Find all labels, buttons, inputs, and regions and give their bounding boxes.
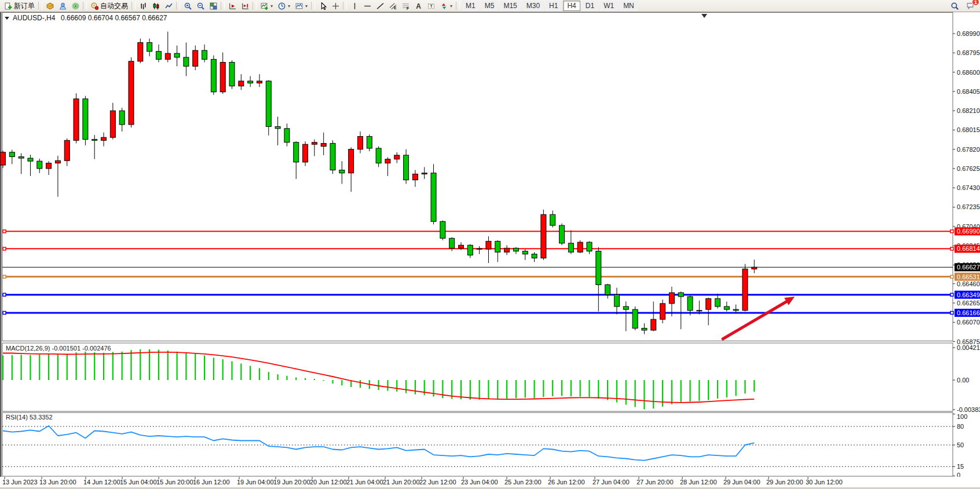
horizontal-line-button[interactable] — [361, 1, 374, 12]
chevron-down-icon: ▾ — [270, 3, 273, 9]
chart-canvas[interactable]: 0.689900.687950.686000.684050.682100.680… — [0, 12, 980, 489]
hline-icon — [363, 2, 371, 10]
arrows-button[interactable]: ▾ — [437, 1, 455, 12]
new-order-button-label: 新订单 — [14, 1, 35, 11]
svg-text:13 Jun 2023: 13 Jun 2023 — [2, 479, 38, 486]
toolbar-separator — [38, 2, 42, 10]
svg-text:0.66349: 0.66349 — [957, 291, 980, 298]
svg-text:100: 100 — [957, 413, 967, 420]
timeframe-m5[interactable]: M5 — [481, 1, 499, 11]
auto-scroll-icon — [228, 2, 236, 10]
svg-text:-0.003835: -0.003835 — [957, 406, 980, 413]
svg-text:23 Jun 04:00: 23 Jun 04:00 — [461, 479, 498, 486]
cursor-button[interactable] — [316, 1, 329, 12]
auto-trading-button[interactable]: 自动交易 — [88, 1, 130, 12]
text-button[interactable]: A — [412, 1, 425, 12]
svg-text:0.67820: 0.67820 — [957, 146, 980, 153]
chart-candles-icon — [152, 2, 160, 10]
svg-text:E: E — [393, 6, 396, 10]
chart-line-icon — [164, 2, 173, 10]
svg-text:0.68210: 0.68210 — [957, 107, 980, 114]
svg-text:0.66070: 0.66070 — [957, 319, 980, 326]
svg-text:0.66990: 0.66990 — [957, 228, 980, 235]
templates-button[interactable]: ▾ — [292, 1, 310, 12]
svg-text:15: 15 — [957, 463, 964, 470]
tile-windows-button[interactable] — [207, 1, 220, 12]
fibonacci-button[interactable]: F — [399, 1, 412, 12]
chart-shift-button[interactable] — [239, 1, 251, 12]
auto-trading-button-label: 自动交易 — [100, 1, 128, 11]
vertical-line-button[interactable] — [348, 1, 361, 12]
signal-icon — [71, 2, 79, 10]
svg-text:19 Jun 20:00: 19 Jun 20:00 — [273, 479, 310, 486]
timeframe-d1[interactable]: D1 — [582, 1, 598, 11]
chart-area[interactable]: 0.689900.687950.686000.684050.682100.680… — [0, 12, 980, 489]
svg-text:0.68795: 0.68795 — [957, 49, 980, 56]
svg-text:19 Jun 04:00: 19 Jun 04:00 — [237, 479, 274, 486]
timeframe-group: M1M5M15M30H1H4D1W1MN — [461, 0, 639, 12]
svg-text:13 Jun 20:00: 13 Jun 20:00 — [39, 479, 76, 486]
auto-scroll-button[interactable] — [226, 1, 239, 12]
search-button[interactable] — [948, 1, 961, 12]
chevron-down-icon: ▾ — [305, 3, 308, 9]
toolbar-separator — [176, 2, 180, 10]
svg-text:21 Jun 04:00: 21 Jun 04:00 — [346, 479, 383, 486]
new-order-icon — [4, 2, 12, 10]
new-chart-button[interactable]: ▾ — [258, 1, 275, 12]
svg-text:0.00: 0.00 — [957, 377, 969, 384]
zoom-in-button[interactable] — [181, 1, 194, 12]
chevron-down-icon: ▾ — [288, 3, 290, 9]
arrows-icon — [440, 2, 448, 10]
equidistant-channel-button[interactable]: E — [386, 1, 399, 12]
svg-text:30 Jun 12:00: 30 Jun 12:00 — [806, 479, 843, 486]
periods-button[interactable]: ▾ — [275, 1, 292, 12]
new-chart-icon — [260, 2, 268, 10]
timeframe-h1[interactable]: H1 — [545, 1, 562, 11]
timeframe-mn[interactable]: MN — [619, 1, 638, 11]
bar-chart-button[interactable] — [137, 1, 149, 12]
toolbar-separator — [311, 2, 315, 10]
profiles-button[interactable] — [56, 1, 69, 12]
timeframe-m1[interactable]: M1 — [462, 1, 480, 11]
trendline-icon — [376, 2, 384, 10]
trendline-button[interactable] — [374, 1, 386, 12]
text-label-button[interactable]: T — [425, 1, 437, 12]
svg-text:25 Jun 23:00: 25 Jun 23:00 — [504, 479, 542, 486]
svg-text:A: A — [416, 2, 421, 10]
crosshair-icon — [331, 2, 339, 10]
notification-badge: 1 — [972, 0, 979, 6]
trading-platform-window: 新订单自动交易▾▾▾EFAT▾M1M5M15M30H1H4D1W1MN1 0.6… — [0, 0, 980, 489]
line-chart-button[interactable] — [162, 1, 175, 12]
profile-icon — [58, 2, 67, 10]
timeframe-m15[interactable]: M15 — [499, 1, 521, 11]
signals-button[interactable] — [69, 1, 82, 12]
svg-text:21 Jun 20:00: 21 Jun 20:00 — [383, 479, 420, 486]
crosshair-button[interactable] — [329, 1, 342, 12]
svg-text:F: F — [407, 6, 409, 10]
timeframe-h4[interactable]: H4 — [563, 1, 580, 11]
new-order-button[interactable]: 新订单 — [2, 1, 37, 12]
label-icon: T — [427, 2, 435, 10]
svg-text:29 Jun 20:00: 29 Jun 20:00 — [766, 479, 803, 486]
svg-text:80: 80 — [957, 423, 964, 430]
svg-text:0.004215: 0.004215 — [957, 344, 980, 351]
svg-text:0.68600: 0.68600 — [957, 69, 980, 76]
timeframe-w1[interactable]: W1 — [599, 1, 618, 11]
channel-icon: E — [389, 2, 397, 10]
candlestick-chart-button[interactable] — [149, 1, 162, 12]
svg-text:14 Jun 12:00: 14 Jun 12:00 — [83, 479, 120, 486]
market-watch-button[interactable] — [43, 1, 56, 12]
zoom-in-icon — [184, 2, 192, 10]
autotrade-icon — [90, 2, 98, 10]
fib-icon: F — [401, 2, 409, 10]
rsi-label: RSI(14) 53.3352 — [6, 414, 53, 421]
toolbar-separator — [83, 2, 87, 10]
toolbar-separator — [343, 2, 347, 10]
timeframe-m30[interactable]: M30 — [522, 1, 544, 11]
chart-bars-icon — [139, 2, 147, 10]
zoom-out-button[interactable] — [194, 1, 207, 12]
svg-text:0.68405: 0.68405 — [957, 88, 980, 95]
chart-ohlc: 0.66609 0.66704 0.66567 0.66627 — [61, 14, 167, 22]
svg-text:0.66460: 0.66460 — [957, 280, 980, 287]
macd-label: MACD(12,26,9) -0.001501 -0.002476 — [6, 345, 111, 352]
